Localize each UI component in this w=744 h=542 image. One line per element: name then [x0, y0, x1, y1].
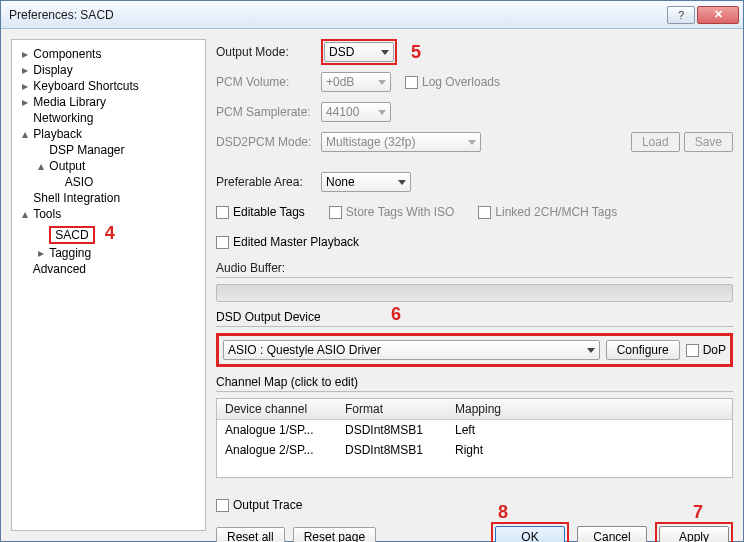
channel-map-label: Channel Map (click to edit) — [216, 375, 358, 389]
table-header-mapping: Mapping — [447, 399, 732, 419]
settings-panel: Output Mode: DSD 5 PCM Volume: +0dB Log … — [216, 39, 733, 531]
tree-item-advanced[interactable]: Advanced — [16, 261, 201, 277]
tree-item-shell-integration[interactable]: Shell Integration — [16, 190, 201, 206]
reset-all-button[interactable]: Reset all — [216, 527, 285, 542]
help-button[interactable]: ? — [667, 6, 695, 24]
audio-buffer-slider[interactable] — [216, 284, 733, 302]
preferable-area-select[interactable]: None — [321, 172, 411, 192]
store-tags-checkbox: Store Tags With ISO — [329, 205, 455, 219]
dsd-output-device-select[interactable]: ASIO : Questyle ASIO Driver — [223, 340, 600, 360]
tree-item-media-library[interactable]: ▸ Media Library — [16, 94, 201, 110]
preferable-area-label: Preferable Area: — [216, 175, 321, 189]
tree-item-asio[interactable]: ASIO — [16, 174, 201, 190]
annotation-5: 5 — [411, 42, 421, 63]
channel-map-table[interactable]: Device channel Format Mapping Analogue 1… — [216, 398, 733, 478]
titlebar: Preferences: SACD ? ✕ — [1, 1, 743, 29]
preferences-window: Preferences: SACD ? ✕ ▸ Components▸ Disp… — [0, 0, 744, 542]
output-mode-select[interactable]: DSD — [324, 42, 394, 62]
tree-item-components[interactable]: ▸ Components — [16, 46, 201, 62]
dsd2pcm-mode-label: DSD2PCM Mode: — [216, 135, 321, 149]
table-row[interactable]: Analogue 2/SP...DSDInt8MSB1Right — [217, 440, 732, 460]
tree-item-tools[interactable]: ▴ Tools — [16, 206, 201, 222]
apply-button[interactable]: Apply — [659, 526, 729, 542]
pcm-volume-select: +0dB — [321, 72, 391, 92]
log-overloads-checkbox: Log Overloads — [405, 75, 500, 89]
chevron-down-icon — [381, 50, 389, 55]
pcm-samplerate-select: 44100 — [321, 102, 391, 122]
close-button[interactable]: ✕ — [697, 6, 739, 24]
annotation-4: 4 — [105, 223, 115, 243]
tree-item-networking[interactable]: Networking — [16, 110, 201, 126]
load-button: Load — [631, 132, 680, 152]
dsd2pcm-mode-select: Multistage (32fp) — [321, 132, 481, 152]
table-header-device: Device channel — [217, 399, 337, 419]
dop-checkbox[interactable]: DoP — [686, 343, 726, 357]
table-row[interactable]: Analogue 1/SP...DSDInt8MSB1Left — [217, 420, 732, 440]
audio-buffer-label: Audio Buffer: — [216, 261, 733, 275]
tree-item-display[interactable]: ▸ Display — [16, 62, 201, 78]
dsd-output-device-label: DSD Output Device — [216, 310, 321, 324]
tree-item-keyboard-shortcuts[interactable]: ▸ Keyboard Shortcuts — [16, 78, 201, 94]
pcm-samplerate-label: PCM Samplerate: — [216, 105, 321, 119]
nav-tree[interactable]: ▸ Components▸ Display▸ Keyboard Shortcut… — [11, 39, 206, 531]
window-title: Preferences: SACD — [9, 8, 667, 22]
output-mode-label: Output Mode: — [216, 45, 321, 59]
editable-tags-checkbox[interactable]: Editable Tags — [216, 205, 305, 219]
chevron-down-icon — [398, 180, 406, 185]
table-header-format: Format — [337, 399, 447, 419]
dsd-output-row: ASIO : Questyle ASIO Driver Configure Do… — [216, 333, 733, 367]
tree-item-sacd[interactable]: SACD4 — [16, 222, 201, 245]
save-button: Save — [684, 132, 733, 152]
tree-item-dsp-manager[interactable]: DSP Manager — [16, 142, 201, 158]
cancel-button[interactable]: Cancel — [577, 526, 647, 542]
output-trace-checkbox[interactable]: Output Trace — [216, 498, 302, 512]
tree-item-tagging[interactable]: ▸ Tagging — [16, 245, 201, 261]
annotation-6: 6 — [391, 304, 401, 325]
reset-page-button[interactable]: Reset page — [293, 527, 376, 542]
linked-tags-checkbox: Linked 2CH/MCH Tags — [478, 205, 617, 219]
ok-button[interactable]: OK — [495, 526, 565, 542]
pcm-volume-label: PCM Volume: — [216, 75, 321, 89]
chevron-down-icon — [587, 348, 595, 353]
tree-item-output[interactable]: ▴ Output — [16, 158, 201, 174]
edited-master-checkbox[interactable]: Edited Master Playback — [216, 235, 359, 249]
tree-item-playback[interactable]: ▴ Playback — [16, 126, 201, 142]
dialog-buttons: Reset all Reset page 8 OK Cancel 7 Apply — [216, 522, 733, 542]
configure-button[interactable]: Configure — [606, 340, 680, 360]
